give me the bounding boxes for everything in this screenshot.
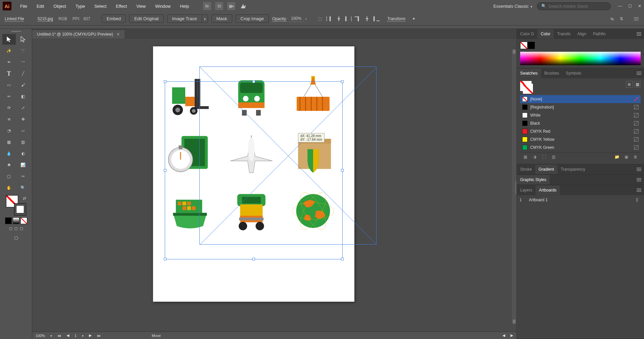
align-right-icon[interactable]: ▍▕ [345,15,352,22]
delete-swatch-icon[interactable]: 🗑 [633,154,639,160]
tab-transparency[interactable]: Transparency [557,165,589,174]
free-transform-tool[interactable]: ✥ [16,114,30,125]
menu-edit[interactable]: Edit [33,2,48,11]
eyedropper-tool[interactable]: 💧 [2,148,16,159]
zoom-level[interactable]: 100% [36,334,45,338]
linked-file-name[interactable]: 5215.jpg [38,16,53,21]
bridge-icon[interactable]: Br [203,2,211,10]
draw-inside-icon[interactable]: ◻ [20,226,23,231]
scale-tool[interactable]: ⤢ [16,102,30,113]
swatch-libraries-icon[interactable]: ▦ [522,154,528,160]
stroke-swatch[interactable] [14,203,26,215]
nav-last-icon[interactable]: ⏭ [97,334,101,338]
new-swatch-icon[interactable]: ▣ [623,154,629,160]
pen-tool[interactable]: ✒ [2,57,16,68]
width-tool[interactable]: ≋ [2,114,16,125]
menu-select[interactable]: Select [90,2,110,11]
slice-tool[interactable]: ✂ [16,171,30,182]
perspective-tool[interactable]: ▱ [16,125,30,136]
chevron-down-icon[interactable] [202,15,208,23]
tab-graphic-styles[interactable]: Graphic Styles [517,175,550,184]
panel-menu-icon[interactable] [636,177,642,183]
rotate-tool[interactable]: ⟳ [2,102,16,113]
window-close[interactable]: ✕ [638,4,641,8]
tab-transform[interactable]: Transfo [554,29,574,39]
artboard-row[interactable]: 1Artboard 1▯ [517,195,644,205]
lasso-tool[interactable]: ➰ [16,45,30,56]
zoom-tool[interactable]: 🔍 [16,182,30,193]
menu-help[interactable]: Help [176,2,193,11]
isolate-mode-icon[interactable]: ⬚ [317,15,324,22]
swatch-stroke-preview[interactable] [523,84,533,94]
transform-origin-icon[interactable]: ✦ [412,16,415,21]
window-maximize[interactable]: ☐ [628,4,632,8]
workspace-switcher[interactable]: Essentials Classic [490,2,536,10]
fill-stroke-control[interactable]: ⇄ [6,195,26,215]
tab-color[interactable]: Color [537,29,554,39]
opacity-value[interactable]: 100% [289,15,303,22]
embed-button[interactable]: Embed [102,14,126,23]
artboard-dropdown-icon[interactable] [82,334,84,338]
swatch-row[interactable]: CMYK Red [520,127,641,135]
tab-gradient[interactable]: Gradient [535,165,557,174]
gpu-icon[interactable] [239,2,247,10]
hscroll-right-icon[interactable]: ▶ [510,333,513,338]
type-tool[interactable]: T [2,68,16,79]
mask-button[interactable]: Mask [211,14,232,23]
blend-tool[interactable]: ◐ [16,148,30,159]
align-left-icon[interactable]: ▏▍ [326,15,333,22]
artboard-index[interactable]: 1 [75,334,77,338]
linked-file-label[interactable]: Linked File [5,16,24,21]
color-spectrum[interactable] [520,52,641,65]
tab-brushes[interactable]: Brushes [541,69,562,78]
symbol-sprayer-tool[interactable]: ✱ [2,160,16,170]
image-trace-button[interactable]: Image Trace [167,15,202,23]
tab-color-guide[interactable]: Color G [517,29,537,39]
artboard-orientation-icon[interactable]: ▯ [636,197,641,203]
zoom-dropdown-icon[interactable] [50,334,52,338]
stock-icon[interactable]: St [215,2,223,10]
rectangle-tool[interactable]: ▭ [2,80,16,90]
graph-tool[interactable]: 📊 [16,160,30,170]
stroke-color-swatch[interactable] [528,42,535,49]
stock-search-input[interactable] [548,4,606,9]
draw-normal-icon[interactable]: ◻ [9,226,12,231]
nav-prev-icon[interactable]: ◀ [66,333,69,338]
controlbar-menu-icon[interactable] [633,16,639,22]
align-top-icon[interactable]: ▔▍ [354,15,361,22]
edit-original-button[interactable]: Edit Original [129,14,164,23]
panel-grip[interactable] [11,31,21,32]
transform-label[interactable]: Transform [387,16,405,21]
color-mode-none[interactable] [20,217,27,224]
menu-file[interactable]: File [16,2,31,11]
swatch-row[interactable]: [Registration] [520,103,641,111]
menu-type[interactable]: Type [71,2,89,11]
nav-first-icon[interactable]: ⏮ [57,334,61,338]
crop-image-button[interactable]: Crop Image [236,14,269,23]
new-group-icon[interactable]: 📁 [614,154,620,160]
panel-menu-icon[interactable] [636,187,642,193]
stock-search[interactable]: 🔍 [537,2,611,10]
document-tab[interactable]: Untitled-1* @ 100% (CMYK/GPU Preview) ✕ [32,30,125,39]
close-tab-icon[interactable]: ✕ [116,32,120,37]
draw-behind-icon[interactable]: ◻ [14,226,18,231]
magic-wand-tool[interactable]: ✨ [2,45,16,56]
tab-stroke[interactable]: Stroke [517,165,535,174]
menu-object[interactable]: Object [49,2,70,11]
selection-tool[interactable] [2,34,16,45]
expand-strip[interactable] [0,26,644,29]
hand-tool[interactable]: ✋ [2,182,16,193]
direct-selection-tool[interactable] [16,34,30,45]
swatch-grid-view-icon[interactable]: ▦ [634,81,641,88]
nav-next-icon[interactable]: ▶ [89,333,92,338]
shape-builder-tool[interactable]: ◔ [2,125,16,136]
panel-menu-icon[interactable] [636,70,642,76]
panel-resize-handle[interactable] [515,181,516,195]
image-trace-dropdown[interactable]: Image Trace [167,14,208,23]
panel-menu-icon[interactable] [636,166,642,172]
swap-fill-stroke-icon[interactable]: ⇄ [23,196,26,201]
vertical-scrollbar[interactable] [512,49,516,324]
window-minimize[interactable]: — [618,4,622,8]
shaper-tool[interactable]: ✏ [2,91,16,102]
opacity-arrow[interactable]: › [305,16,307,21]
